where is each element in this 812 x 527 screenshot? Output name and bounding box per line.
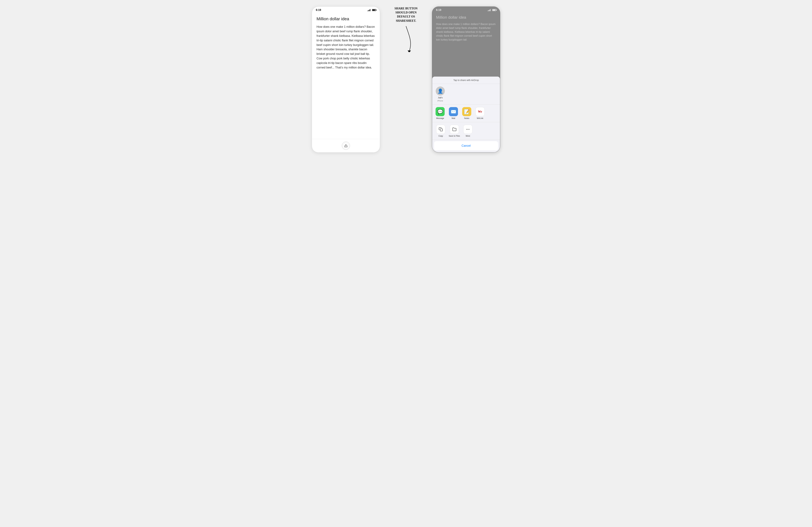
bottom-bar <box>312 139 380 152</box>
notes-label: Notes <box>464 117 469 119</box>
airdrop-header: Tap to share with AirDrop <box>432 77 500 84</box>
status-time-left: 6:19 <box>316 9 321 12</box>
action-more[interactable]: More <box>463 125 473 137</box>
battery-icon-right <box>492 9 496 11</box>
status-bar-right: 6:19 <box>432 7 500 13</box>
app-notes[interactable]: 📝 Notes <box>461 107 472 119</box>
airdrop-row: 👤 Jojit's iPhone <box>432 84 500 105</box>
dimmed-note-title: Million dollar idea <box>436 15 496 20</box>
more-label: More <box>466 135 470 137</box>
left-phone: 6:19 Million dollar idea How does one ma… <box>312 6 380 152</box>
action-save-files[interactable]: Save to Files <box>449 125 460 137</box>
svg-point-4 <box>467 129 468 130</box>
right-phone: 6:19 Million dollar idea How does one ma… <box>432 6 500 152</box>
dimmed-note-body: How does one make 1 million dollars? Bac… <box>436 22 496 42</box>
save-files-label: Save to Files <box>449 135 460 137</box>
note-title: Million dollar idea <box>317 16 375 21</box>
note-body: How does one make 1 million dollars? Bac… <box>317 25 375 70</box>
save-files-icon <box>450 125 459 134</box>
notes-icon: 📝 <box>462 107 471 116</box>
svg-marker-1 <box>408 50 411 52</box>
status-time-right: 6:19 <box>436 9 441 12</box>
apps-row: 💬 Message ✉️ Mail 📝 Notes Wr Writ.ink <box>432 105 500 122</box>
contact-device: iPhone <box>437 100 443 102</box>
signal-icon <box>367 9 371 11</box>
more-icon <box>463 125 473 134</box>
svg-rect-2 <box>440 129 443 131</box>
copy-label: Copy <box>438 135 443 137</box>
app-messages[interactable]: 💬 Message <box>435 107 446 119</box>
dimmed-note-content: Million dollar idea How does one make 1 … <box>432 13 500 77</box>
messages-icon: 💬 <box>436 107 445 116</box>
signal-icon-right <box>488 9 491 11</box>
share-sheet: Tap to share with AirDrop 👤 Jojit's iPho… <box>432 77 500 152</box>
share-button[interactable] <box>342 142 350 150</box>
app-mail[interactable]: ✉️ Mail <box>448 107 459 119</box>
airdrop-contact[interactable]: 👤 Jojit's iPhone <box>435 87 445 102</box>
actions-row: Copy Save to Files More <box>432 122 500 140</box>
writink-label: Writ.ink <box>477 117 483 119</box>
status-icons-left <box>367 9 376 11</box>
mail-label: Mail <box>452 117 455 119</box>
messages-label: Message <box>436 117 444 119</box>
copy-icon <box>436 125 445 134</box>
contact-avatar: 👤 <box>436 87 445 95</box>
annotation-text: Share button should open default OS shar… <box>390 6 422 23</box>
annotation-area: Share button should open default OS shar… <box>390 6 422 75</box>
contact-name: Jojit's <box>438 96 443 99</box>
action-copy[interactable]: Copy <box>435 125 446 137</box>
note-content: Million dollar idea How does one make 1 … <box>312 13 380 139</box>
battery-icon <box>372 9 376 11</box>
svg-point-5 <box>469 129 469 130</box>
annotation-arrow <box>396 26 416 52</box>
status-bar-left: 6:19 <box>312 7 380 13</box>
share-icon <box>344 144 348 148</box>
status-icons-right <box>488 9 496 11</box>
mail-icon: ✉️ <box>449 107 458 116</box>
cancel-button[interactable]: Cancel <box>434 141 498 150</box>
svg-point-3 <box>466 129 467 130</box>
app-writink[interactable]: Wr Writ.ink <box>475 107 485 119</box>
writink-icon: Wr <box>476 107 484 116</box>
